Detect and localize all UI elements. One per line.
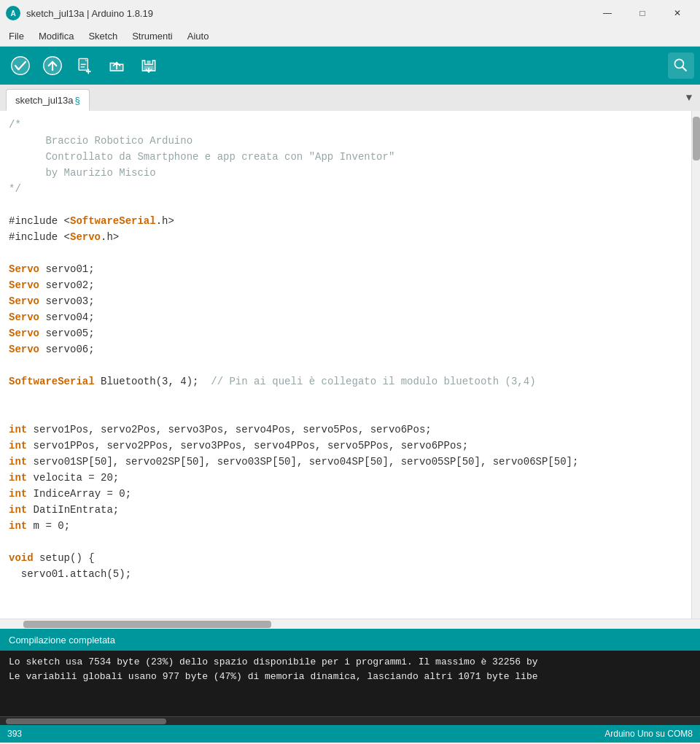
menu-modifica[interactable]: Modifica: [33, 29, 79, 43]
close-button[interactable]: ✕: [661, 2, 694, 24]
window-controls: — □ ✕: [591, 2, 694, 24]
svg-line-15: [682, 67, 686, 71]
output-scrollbar-thumb[interactable]: [6, 718, 166, 724]
window-title: sketch_jul13a | Arduino 1.8.19: [26, 8, 585, 19]
open-button[interactable]: [102, 51, 131, 80]
menu-strumenti[interactable]: Strumenti: [126, 29, 179, 43]
code-area[interactable]: /* Braccio Robotico Arduino Controllato …: [0, 111, 691, 619]
line-number: 393: [7, 729, 22, 739]
board-port: Arduino Uno su COM8: [604, 729, 693, 739]
toolbar: [0, 47, 700, 85]
save-button[interactable]: [134, 51, 163, 80]
maximize-button[interactable]: □: [626, 2, 659, 24]
output-line-1: Lo sketch usa 7534 byte (23%) dello spaz…: [9, 655, 691, 670]
upload-button[interactable]: [38, 51, 67, 80]
hscrollbar-thumb[interactable]: [23, 621, 271, 628]
tab-arrow-button[interactable]: ▼: [678, 85, 700, 111]
output-header: Compilazione completata: [0, 629, 700, 651]
menu-file[interactable]: File: [3, 29, 30, 43]
tab-modified-indicator: §: [75, 95, 80, 106]
app-icon: A: [6, 6, 20, 20]
menubar: File Modifica Sketch Strumenti Aiuto: [0, 26, 700, 47]
statusbar: 393 Arduino Uno su COM8: [0, 725, 700, 743]
svg-point-2: [12, 57, 30, 75]
scrollbar-thumb[interactable]: [693, 117, 700, 160]
output-body: Lo sketch usa 7534 byte (23%) dello spaz…: [0, 651, 700, 716]
search-button[interactable]: [668, 53, 694, 79]
horizontal-scrollbar[interactable]: [0, 619, 700, 629]
menu-sketch[interactable]: Sketch: [82, 29, 123, 43]
output-scrollbar[interactable]: [0, 716, 700, 725]
minimize-button[interactable]: —: [591, 2, 624, 24]
svg-text:A: A: [10, 9, 15, 18]
titlebar: A sketch_jul13a | Arduino 1.8.19 — □ ✕: [0, 0, 700, 26]
code-editor: /* Braccio Robotico Arduino Controllato …: [0, 111, 700, 619]
tab-sketch[interactable]: sketch_jul13a§: [6, 89, 90, 111]
output-line-2: Le variabili globali usano 977 byte (47%…: [9, 670, 691, 684]
vertical-scrollbar[interactable]: [691, 111, 700, 619]
tab-label: sketch_jul13a: [15, 95, 74, 106]
svg-rect-11: [147, 61, 150, 63]
new-button[interactable]: [70, 51, 99, 80]
verify-button[interactable]: [6, 51, 35, 80]
tabbar: sketch_jul13a§ ▼: [0, 85, 700, 111]
compilation-status: Compilazione completata: [9, 635, 115, 646]
menu-aiuto[interactable]: Aiuto: [182, 29, 215, 43]
